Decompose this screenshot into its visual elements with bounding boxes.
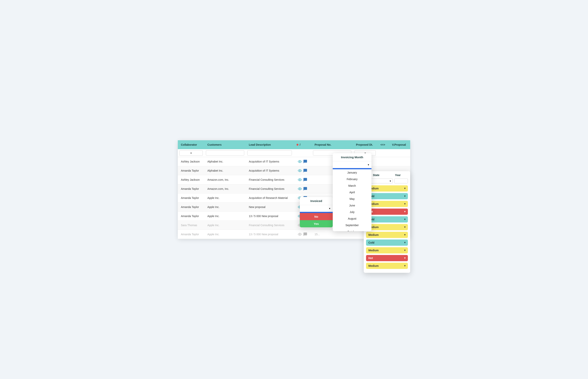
col-header-toggle: / <box>293 140 311 149</box>
badge-medium-2[interactable]: Medium <box>366 201 408 207</box>
chat-icon[interactable] <box>303 178 307 182</box>
collaborator-cell: Amanda Taylor <box>178 202 204 211</box>
chevron-down-icon <box>404 233 405 236</box>
badge-label: Medium <box>368 249 379 252</box>
month-option-august[interactable]: August <box>333 215 371 222</box>
badge-hot-2[interactable]: Hot <box>366 255 408 261</box>
col-header-proposed-dt: Proposed Dt. <box>353 140 377 149</box>
chevron-down-icon <box>404 210 405 213</box>
eye-icon[interactable] <box>298 169 302 173</box>
collaborator-cell: Ashley Jackson <box>178 175 204 184</box>
month-option-january[interactable]: January <box>333 169 371 176</box>
customers-filter-input[interactable] <box>206 150 244 156</box>
chevron-down-icon <box>404 195 405 198</box>
month-option-october[interactable]: October <box>333 228 371 231</box>
filter-row: ▾ ▾ <box>178 149 410 157</box>
svg-point-3 <box>299 188 300 190</box>
lead-desc-cell: New proposal <box>246 202 293 211</box>
badge-medium-6[interactable]: Medium <box>366 263 408 269</box>
year-filter-input[interactable] <box>394 179 408 183</box>
badge-medium-1[interactable]: Medium <box>366 185 408 191</box>
chevron-down-icon <box>404 241 405 244</box>
badge-medium-3[interactable]: Medium <box>366 224 408 230</box>
month-option-march[interactable]: March <box>333 182 371 189</box>
eye-icon[interactable] <box>298 232 302 237</box>
collaborator-cell: Amanda Taylor <box>178 211 204 221</box>
invoiced-filter-row[interactable] <box>300 205 333 212</box>
badge-medium-5[interactable]: Medium <box>366 247 408 253</box>
month-option-june[interactable]: June <box>333 202 371 209</box>
customers-cell: Apple Inc. <box>204 221 246 230</box>
inv-month-filter-row[interactable] <box>333 161 371 168</box>
svg-point-0 <box>299 161 300 162</box>
badge-hot-1[interactable]: Hot <box>366 208 408 215</box>
row-icons <box>297 169 308 173</box>
badge-medium-4[interactable]: Medium <box>366 232 408 238</box>
chevron-down-icon <box>404 218 405 221</box>
inv-month-popup-title: Invoicing Month <box>333 153 371 161</box>
col-header-arrow: <=> <box>377 140 389 149</box>
toggle-switch[interactable] <box>301 143 307 146</box>
state-year-filter-row <box>366 179 408 183</box>
svg-point-2 <box>299 179 300 180</box>
chevron-down-icon <box>404 202 405 205</box>
customers-cell: Apple Inc. <box>204 193 246 202</box>
state-year-header: State Year <box>366 174 408 177</box>
customers-cell: Apple Inc. <box>204 211 246 221</box>
lead-desc-cell: 13 / 5 000 New proposal <box>246 230 293 239</box>
badge-cold-2[interactable]: Cold <box>366 216 408 222</box>
row-icons <box>297 187 308 191</box>
month-option-april[interactable]: April <box>333 189 371 196</box>
row-icons <box>297 232 308 237</box>
customers-cell: Apple Inc. <box>204 202 246 211</box>
customers-cell: Apple Inc. <box>204 230 246 239</box>
collaborator-cell: Ashley Jackson <box>178 157 204 166</box>
customers-cell: Amazon.com, Inc. <box>204 184 246 193</box>
chevron-down-icon <box>404 226 405 228</box>
row-icons <box>297 159 308 164</box>
eye-icon[interactable] <box>298 159 302 164</box>
lead-desc-cell: 13 / 5 000 New proposal <box>246 211 293 221</box>
lead-desc-cell: Financial Consulting Services <box>246 184 293 193</box>
invoiced-popup-title: Invoiced <box>300 197 333 205</box>
lead-desc-cell: Financial Consulting Services <box>246 175 293 184</box>
svg-point-1 <box>299 170 300 171</box>
invoiced-popup: Invoiced No Yes <box>300 197 333 227</box>
invoiced-option-no[interactable]: No <box>300 213 333 220</box>
badge-label: Medium <box>368 264 379 267</box>
chevron-down-icon <box>404 256 405 259</box>
svg-point-8 <box>299 234 300 235</box>
eye-icon[interactable] <box>298 187 302 191</box>
invoiced-option-yes[interactable]: Yes <box>300 220 333 227</box>
lead-desc-cell: Financial Consulting Services <box>246 221 293 230</box>
chat-icon[interactable] <box>303 169 307 173</box>
chat-icon[interactable] <box>303 159 307 164</box>
month-option-july[interactable]: July <box>333 209 371 215</box>
chevron-down-icon <box>404 264 405 267</box>
col-header-customers: Customers <box>204 140 246 149</box>
lead-desc-filter-input[interactable] <box>247 150 292 156</box>
lead-desc-cell: Acquisition of IT Systems <box>246 157 293 166</box>
collaborator-cell: Amanda Taylor <box>178 166 204 175</box>
collaborator-filter[interactable]: ▾ <box>179 150 203 156</box>
month-list: January February March April May June Ju… <box>333 169 371 231</box>
badge-label: Cold <box>368 241 374 244</box>
chevron-down-icon <box>368 163 369 166</box>
badge-cold-1[interactable]: Cold <box>366 193 408 199</box>
lead-desc-cell: Acquisition of Research Material <box>246 193 293 202</box>
badge-label: Medium <box>368 233 379 237</box>
row-icons <box>297 178 308 182</box>
collaborator-cell: Sara Thomas <box>178 221 204 230</box>
chevron-down-icon <box>329 207 330 210</box>
chat-icon[interactable] <box>303 232 307 237</box>
badge-cold-3[interactable]: Cold <box>366 239 408 246</box>
month-option-february[interactable]: February <box>333 176 371 182</box>
chat-icon[interactable] <box>303 187 307 191</box>
eye-icon[interactable] <box>298 178 302 182</box>
month-option-may[interactable]: May <box>333 196 371 202</box>
customers-cell: Alphabet Inc. <box>204 157 246 166</box>
collaborator-cell: Amanda Taylor <box>178 230 204 239</box>
month-option-september[interactable]: September <box>333 222 371 228</box>
customers-cell: Amazon.com, Inc. <box>204 175 246 184</box>
badge-label: Hot <box>368 256 373 260</box>
